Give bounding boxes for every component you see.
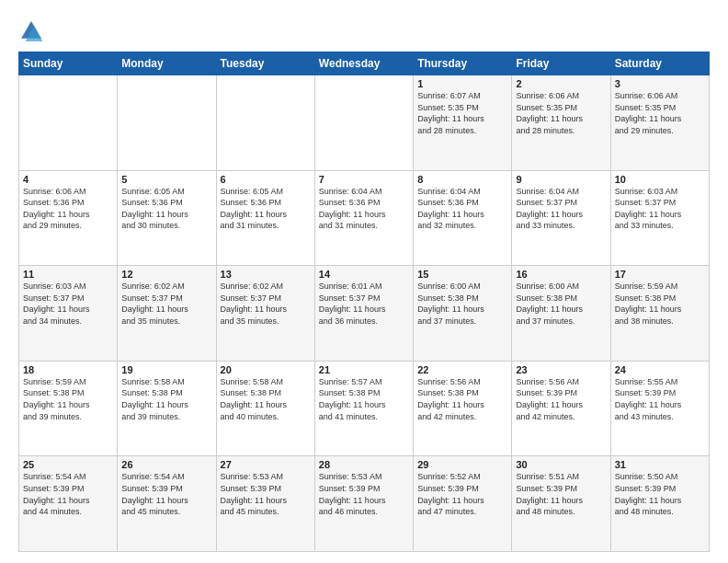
day-detail: Sunrise: 6:06 AM Sunset: 5:35 PM Dayligh…	[516, 90, 606, 136]
calendar-cell	[118, 75, 216, 171]
day-detail: Sunrise: 6:06 AM Sunset: 5:35 PM Dayligh…	[615, 90, 705, 136]
weekday-header-monday: Monday	[118, 52, 216, 75]
day-number: 20	[221, 364, 311, 375]
day-number: 30	[516, 459, 606, 470]
day-detail: Sunrise: 6:05 AM Sunset: 5:36 PM Dayligh…	[121, 186, 211, 232]
weekday-header-tuesday: Tuesday	[216, 52, 314, 75]
calendar-cell: 16Sunrise: 6:00 AM Sunset: 5:38 PM Dayli…	[512, 266, 610, 362]
calendar-cell: 11Sunrise: 6:03 AM Sunset: 5:37 PM Dayli…	[19, 266, 118, 362]
weekday-header-sunday: Sunday	[19, 52, 118, 75]
calendar-cell: 31Sunrise: 5:50 AM Sunset: 5:39 PM Dayli…	[610, 456, 709, 552]
day-number: 16	[516, 269, 606, 280]
day-detail: Sunrise: 6:02 AM Sunset: 5:37 PM Dayligh…	[221, 281, 311, 327]
day-number: 29	[417, 459, 507, 470]
calendar-cell: 3Sunrise: 6:06 AM Sunset: 5:35 PM Daylig…	[610, 75, 709, 171]
day-number: 2	[516, 78, 606, 89]
calendar-cell	[216, 75, 314, 171]
day-detail: Sunrise: 6:00 AM Sunset: 5:38 PM Dayligh…	[417, 281, 507, 327]
weekday-header-saturday: Saturday	[610, 52, 709, 75]
day-detail: Sunrise: 6:04 AM Sunset: 5:36 PM Dayligh…	[319, 186, 409, 232]
day-number: 3	[615, 78, 705, 89]
day-number: 15	[417, 269, 507, 280]
day-number: 9	[516, 174, 606, 185]
day-detail: Sunrise: 6:01 AM Sunset: 5:37 PM Dayligh…	[319, 281, 409, 327]
day-detail: Sunrise: 5:56 AM Sunset: 5:38 PM Dayligh…	[417, 376, 507, 422]
day-detail: Sunrise: 5:51 AM Sunset: 5:39 PM Dayligh…	[516, 471, 606, 517]
day-number: 6	[221, 174, 311, 185]
calendar-cell: 10Sunrise: 6:03 AM Sunset: 5:37 PM Dayli…	[610, 170, 709, 266]
day-detail: Sunrise: 5:58 AM Sunset: 5:38 PM Dayligh…	[121, 376, 211, 422]
calendar-cell: 19Sunrise: 5:58 AM Sunset: 5:38 PM Dayli…	[118, 361, 216, 456]
day-number: 26	[121, 459, 211, 470]
day-number: 17	[615, 269, 705, 280]
day-detail: Sunrise: 5:56 AM Sunset: 5:39 PM Dayligh…	[516, 376, 606, 422]
calendar-cell: 30Sunrise: 5:51 AM Sunset: 5:39 PM Dayli…	[512, 456, 610, 552]
day-number: 31	[615, 459, 705, 470]
day-number: 19	[121, 364, 211, 375]
day-number: 8	[417, 174, 507, 185]
calendar-cell	[19, 75, 118, 171]
day-detail: Sunrise: 5:50 AM Sunset: 5:39 PM Dayligh…	[615, 471, 705, 517]
calendar-cell	[314, 75, 413, 171]
day-detail: Sunrise: 6:02 AM Sunset: 5:37 PM Dayligh…	[121, 281, 211, 327]
calendar-cell: 22Sunrise: 5:56 AM Sunset: 5:38 PM Dayli…	[414, 361, 512, 456]
day-number: 28	[319, 459, 409, 470]
day-detail: Sunrise: 5:57 AM Sunset: 5:38 PM Dayligh…	[319, 376, 409, 422]
logo-icon	[18, 18, 44, 44]
day-number: 14	[319, 269, 409, 280]
calendar-cell: 12Sunrise: 6:02 AM Sunset: 5:37 PM Dayli…	[118, 266, 216, 362]
day-number: 4	[23, 174, 113, 185]
logo	[18, 18, 48, 44]
day-detail: Sunrise: 5:54 AM Sunset: 5:39 PM Dayligh…	[23, 471, 113, 517]
weekday-header-friday: Friday	[512, 52, 610, 75]
calendar: SundayMondayTuesdayWednesdayThursdayFrid…	[18, 52, 710, 552]
day-number: 27	[221, 459, 311, 470]
day-number: 25	[23, 459, 113, 470]
day-detail: Sunrise: 6:00 AM Sunset: 5:38 PM Dayligh…	[516, 281, 606, 327]
calendar-cell: 21Sunrise: 5:57 AM Sunset: 5:38 PM Dayli…	[314, 361, 413, 456]
calendar-cell: 8Sunrise: 6:04 AM Sunset: 5:36 PM Daylig…	[414, 170, 512, 266]
day-number: 5	[121, 174, 211, 185]
day-detail: Sunrise: 6:06 AM Sunset: 5:36 PM Dayligh…	[23, 186, 113, 232]
calendar-cell: 27Sunrise: 5:53 AM Sunset: 5:39 PM Dayli…	[216, 456, 314, 552]
calendar-cell: 5Sunrise: 6:05 AM Sunset: 5:36 PM Daylig…	[118, 170, 216, 266]
day-detail: Sunrise: 5:53 AM Sunset: 5:39 PM Dayligh…	[221, 471, 311, 517]
day-number: 12	[121, 269, 211, 280]
page: SundayMondayTuesdayWednesdayThursdayFrid…	[0, 0, 728, 563]
day-detail: Sunrise: 5:59 AM Sunset: 5:38 PM Dayligh…	[615, 281, 705, 327]
calendar-cell: 26Sunrise: 5:54 AM Sunset: 5:39 PM Dayli…	[118, 456, 216, 552]
calendar-cell: 2Sunrise: 6:06 AM Sunset: 5:35 PM Daylig…	[512, 75, 610, 171]
calendar-cell: 17Sunrise: 5:59 AM Sunset: 5:38 PM Dayli…	[610, 266, 709, 362]
day-number: 22	[417, 364, 507, 375]
calendar-cell: 18Sunrise: 5:59 AM Sunset: 5:38 PM Dayli…	[19, 361, 118, 456]
day-detail: Sunrise: 6:07 AM Sunset: 5:35 PM Dayligh…	[417, 90, 507, 136]
day-detail: Sunrise: 6:03 AM Sunset: 5:37 PM Dayligh…	[615, 186, 705, 232]
day-detail: Sunrise: 6:05 AM Sunset: 5:36 PM Dayligh…	[221, 186, 311, 232]
calendar-cell: 13Sunrise: 6:02 AM Sunset: 5:37 PM Dayli…	[216, 266, 314, 362]
day-detail: Sunrise: 6:04 AM Sunset: 5:36 PM Dayligh…	[417, 186, 507, 232]
week-row-5: 25Sunrise: 5:54 AM Sunset: 5:39 PM Dayli…	[19, 456, 710, 552]
day-number: 1	[417, 78, 507, 89]
calendar-cell: 4Sunrise: 6:06 AM Sunset: 5:36 PM Daylig…	[19, 170, 118, 266]
calendar-cell: 24Sunrise: 5:55 AM Sunset: 5:39 PM Dayli…	[610, 361, 709, 456]
day-number: 7	[319, 174, 409, 185]
day-detail: Sunrise: 5:59 AM Sunset: 5:38 PM Dayligh…	[23, 376, 113, 422]
day-number: 21	[319, 364, 409, 375]
day-number: 13	[221, 269, 311, 280]
day-detail: Sunrise: 6:03 AM Sunset: 5:37 PM Dayligh…	[23, 281, 113, 327]
calendar-cell: 6Sunrise: 6:05 AM Sunset: 5:36 PM Daylig…	[216, 170, 314, 266]
day-number: 23	[516, 364, 606, 375]
day-detail: Sunrise: 5:52 AM Sunset: 5:39 PM Dayligh…	[417, 471, 507, 517]
week-row-1: 1Sunrise: 6:07 AM Sunset: 5:35 PM Daylig…	[19, 75, 710, 171]
day-detail: Sunrise: 6:04 AM Sunset: 5:37 PM Dayligh…	[516, 186, 606, 232]
week-row-4: 18Sunrise: 5:59 AM Sunset: 5:38 PM Dayli…	[19, 361, 710, 456]
weekday-header-wednesday: Wednesday	[314, 52, 413, 75]
day-number: 24	[615, 364, 705, 375]
calendar-cell: 15Sunrise: 6:00 AM Sunset: 5:38 PM Dayli…	[414, 266, 512, 362]
calendar-cell: 7Sunrise: 6:04 AM Sunset: 5:36 PM Daylig…	[314, 170, 413, 266]
week-row-2: 4Sunrise: 6:06 AM Sunset: 5:36 PM Daylig…	[19, 170, 710, 266]
weekday-header-row: SundayMondayTuesdayWednesdayThursdayFrid…	[19, 52, 710, 75]
day-detail: Sunrise: 5:58 AM Sunset: 5:38 PM Dayligh…	[221, 376, 311, 422]
day-number: 18	[23, 364, 113, 375]
day-detail: Sunrise: 5:53 AM Sunset: 5:39 PM Dayligh…	[319, 471, 409, 517]
